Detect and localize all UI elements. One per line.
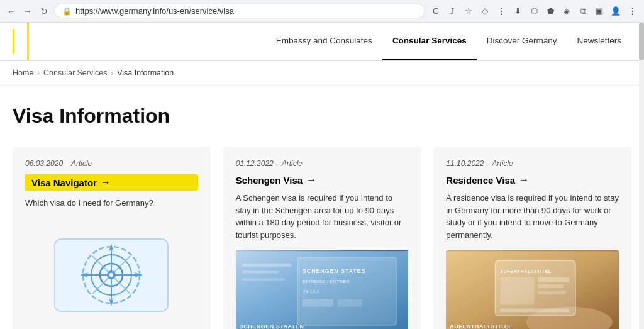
card-3-title-link[interactable]: Residence Visa → [446,174,619,186]
svg-text:SCHENGEN STATES: SCHENGEN STATES [303,268,366,274]
svg-rect-17 [242,278,285,281]
breadcrumb-sep-1: › [37,69,40,77]
card-3-description: A residence visa is required if you inte… [446,192,619,241]
vpn-icon[interactable]: ◇ [478,4,492,18]
card-1-date: 06.03.2020 – Article [25,159,198,168]
svg-rect-31 [538,291,566,294]
card-residence: 11.10.2022 – Article Residence Visa → A … [433,147,631,329]
card-2-title-link[interactable]: Schengen Visa → [236,174,409,186]
svg-text:28-10-1: 28-10-1 [303,289,319,294]
puzzle-icon[interactable]: ⧉ [576,4,590,18]
card-2-date: 01.12.2022 – Article [236,159,409,168]
reload-button[interactable]: ↻ [38,5,50,18]
card-1-arrow: → [101,177,111,188]
card-1-title-link[interactable]: Visa Navigator → [25,174,198,191]
breadcrumb-home[interactable]: Home [13,69,33,77]
svg-rect-29 [538,277,569,282]
logo-area [13,23,29,60]
card-visa-navigator: 06.03.2020 – Article Visa Navigator → Wh… [13,147,211,329]
svg-rect-28 [501,277,535,304]
svg-text:EINREISE / ENTREE: EINREISE / ENTREE [303,279,350,284]
card-schengen: 01.12.2022 – Article Schengen Visa → A S… [223,147,421,329]
top-nav: Embassy and Consulates Consular Services… [0,23,644,61]
back-button[interactable]: ← [5,5,18,18]
nav-embassy[interactable]: Embassy and Consulates [266,23,382,60]
card-3-arrow: → [519,174,529,186]
breadcrumb: Home › Consular Services › Visa Informat… [0,61,644,86]
scrollbar-thumb[interactable] [639,23,644,60]
page-title: Visa Information [13,104,631,128]
scrollbar[interactable] [639,23,644,329]
card-2-description: A Schengen visa is required if you inten… [236,192,409,241]
visa-navigator-illustration [25,235,198,316]
card-2-title: Schengen Visa [236,175,303,186]
nav-newsletters[interactable]: Newsletters [567,23,631,60]
breadcrumb-section[interactable]: Consular Services [43,69,107,77]
card-3-date: 11.10.2022 – Article [446,159,619,168]
svg-text:AUFENTHALTSTITEL: AUFENTHALTSTITEL [501,269,552,274]
menu-icon[interactable]: ⋮ [494,4,508,18]
svg-rect-15 [242,264,291,267]
lock-icon: 🔒 [62,7,72,16]
card-1-title: Visa Navigator [31,177,97,188]
nav-discover[interactable]: Discover Germany [477,23,567,60]
card-2-arrow: → [306,174,316,186]
nav-consular[interactable]: Consular Services [382,23,477,60]
screen-icon[interactable]: ▣ [592,4,606,18]
extension-icon-1[interactable]: ⬡ [527,4,541,18]
card-1-image [25,216,198,330]
more-options[interactable]: ⋮ [625,4,639,18]
schengen-stamp-text: SCHENGEN STAATEN [236,321,308,329]
breadcrumb-current: Visa Information [117,69,174,77]
card-3-title: Residence Visa [446,175,515,186]
extension-icon-3[interactable]: ◈ [560,4,574,18]
download-icon[interactable]: ⬇ [511,4,525,18]
site-wrapper: Embassy and Consulates Consular Services… [0,23,644,329]
svg-rect-16 [242,271,279,274]
extension-icon-2[interactable]: ⬟ [543,4,557,18]
residence-stamp-text: AUFENTHALTSTITEL [446,321,516,329]
google-icon[interactable]: G [429,4,443,18]
card-3-image: AUFENTHALTSTITEL AUFENTHALTSTITEL [446,247,619,329]
svg-rect-23 [338,299,362,307]
url-text: https://www.germany.info/us-en/service/v… [75,6,234,16]
browser-chrome: ← → ↻ 🔒 https://www.germany.info/us-en/s… [0,0,644,23]
cards-container: 06.03.2020 – Article Visa Navigator → Wh… [0,140,644,329]
schengen-photo: SCHENGEN STATES EINREISE / ENTREE 28-10-… [236,250,409,329]
forward-button[interactable]: → [21,5,34,18]
address-bar[interactable]: 🔒 https://www.germany.info/us-en/service… [54,4,425,18]
svg-rect-32 [501,308,570,312]
bookmark-icon[interactable]: ☆ [462,4,475,18]
share-icon[interactable]: ⤴ [445,4,459,18]
card-2-image: SCHENGEN STATES EINREISE / ENTREE 28-10-… [236,247,409,329]
browser-icons: G ⤴ ☆ ◇ ⋮ ⬇ ⬡ ⬟ ◈ ⧉ ▣ 👤 ⋮ [429,4,639,18]
logo-bar [13,29,14,54]
main-nav: Embassy and Consulates Consular Services… [266,23,631,60]
page-title-area: Visa Information [0,86,644,140]
svg-rect-22 [303,299,333,307]
profile-icon[interactable]: 👤 [609,4,623,18]
residence-photo: AUFENTHALTSTITEL AUFENTHALTSTITEL [446,250,619,329]
svg-point-13 [109,273,113,277]
card-1-description: Which visa do I need for Germany? [25,197,198,209]
svg-rect-30 [538,284,563,288]
breadcrumb-sep-2: › [111,69,113,77]
